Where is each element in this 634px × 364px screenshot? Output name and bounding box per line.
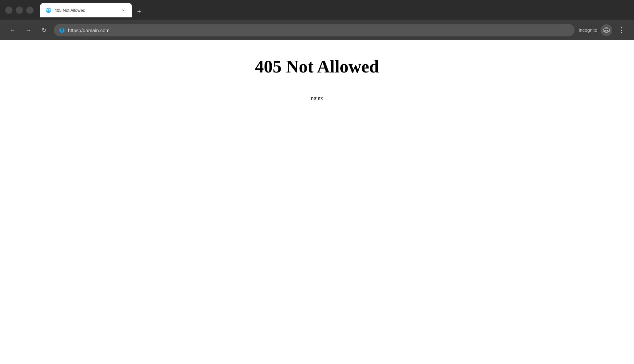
svg-point-1: [604, 30, 606, 31]
server-name: nginx: [311, 95, 323, 101]
error-page: 405 Not Allowed nginx: [0, 40, 634, 364]
reload-button[interactable]: ↻: [38, 24, 50, 36]
nav-bar: ← → ↻ 🌐 https://domain.com Incognito ⋮: [0, 20, 634, 40]
error-divider: [0, 86, 634, 86]
tabs-area: 🌐 405 Not Allowed × +: [40, 3, 629, 17]
menu-button[interactable]: ⋮: [616, 24, 627, 36]
maximize-button[interactable]: [26, 7, 33, 14]
incognito-icon: [601, 24, 612, 36]
back-button[interactable]: ←: [7, 24, 18, 36]
window-controls: [5, 7, 33, 14]
tab-close-button[interactable]: ×: [120, 7, 127, 13]
close-button[interactable]: [5, 7, 12, 14]
address-favicon-icon: 🌐: [59, 28, 65, 33]
url-display: https://domain.com: [68, 28, 569, 33]
svg-point-2: [607, 30, 608, 31]
tab-favicon-icon: 🌐: [45, 7, 51, 13]
new-tab-button[interactable]: +: [133, 6, 145, 17]
browser-window: 🌐 405 Not Allowed × + ← → ↻ 🌐 https://do…: [0, 0, 634, 364]
active-tab[interactable]: 🌐 405 Not Allowed ×: [40, 3, 132, 17]
page-content: 405 Not Allowed nginx: [0, 40, 634, 364]
title-bar: 🌐 405 Not Allowed × +: [0, 0, 634, 20]
minimize-button[interactable]: [16, 7, 23, 14]
tab-title: 405 Not Allowed: [54, 8, 117, 13]
incognito-area: Incognito ⋮: [579, 24, 627, 36]
error-heading: 405 Not Allowed: [255, 56, 379, 77]
forward-button[interactable]: →: [22, 24, 34, 36]
incognito-label: Incognito: [579, 28, 597, 33]
address-bar[interactable]: 🌐 https://domain.com: [54, 24, 575, 36]
